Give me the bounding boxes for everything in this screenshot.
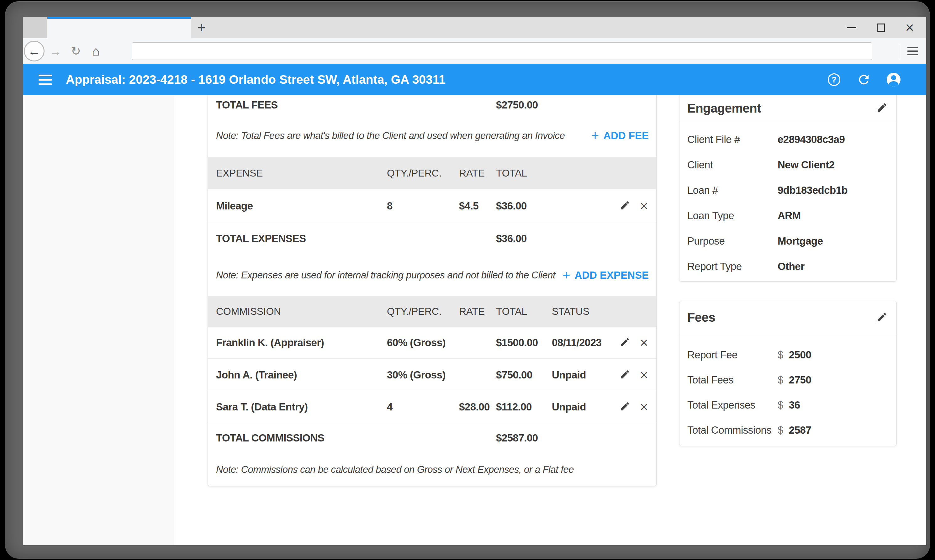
reload-button[interactable]: ↻ xyxy=(69,38,83,64)
commission-total: $1500.00 xyxy=(496,337,538,349)
minimize-icon xyxy=(847,27,856,28)
maximize-button[interactable] xyxy=(871,17,890,38)
rate-col-header: RATE xyxy=(459,306,485,317)
field-value: 9db183edcb1b xyxy=(778,185,847,196)
delete-commission-button[interactable]: × xyxy=(640,400,648,414)
account-icon xyxy=(887,73,901,86)
delete-commission-button[interactable]: × xyxy=(640,336,648,349)
field-label: Purpose xyxy=(687,235,778,247)
add-expense-button[interactable]: + ADD EXPENSE xyxy=(563,269,649,282)
expense-rate: $4.5 xyxy=(459,200,478,212)
new-tab-button[interactable]: + xyxy=(194,17,209,38)
plus-icon: + xyxy=(563,269,571,282)
expenses-note-row: Note: Expenses are used for internal tra… xyxy=(208,254,656,296)
browser-menu-button[interactable] xyxy=(906,38,920,64)
commission-name: Sara T. (Data Entry) xyxy=(216,401,308,413)
total-col-header: TOTAL xyxy=(496,168,527,179)
field-label: Total Commissions xyxy=(687,424,778,436)
edit-fees-button[interactable] xyxy=(877,311,888,324)
home-button[interactable]: ⌂ xyxy=(89,38,103,64)
browser-toolbar: ← → ↻ ⌂ xyxy=(23,38,926,64)
close-icon: × xyxy=(640,198,648,214)
currency-symbol: $ xyxy=(778,399,783,411)
edit-engagement-button[interactable] xyxy=(877,102,888,114)
commission-name: John A. (Trainee) xyxy=(216,369,297,381)
close-button[interactable]: × xyxy=(900,17,919,38)
engagement-card: Engagement Client File # e2894308c3a9 Cl… xyxy=(679,95,897,282)
delete-expense-button[interactable]: × xyxy=(640,199,648,213)
engagement-field: Report Type Other xyxy=(680,254,897,279)
help-button[interactable]: ? xyxy=(825,64,843,95)
commission-qty: 60% (Gross) xyxy=(387,337,446,349)
field-label: Total Expenses xyxy=(687,399,778,411)
active-tab-indicator xyxy=(47,17,191,19)
fees-card: Fees Report Fee $ 2500 Total Fees $ 2750 xyxy=(679,301,897,446)
commission-total: $750.00 xyxy=(496,369,532,381)
fees-field: Total Expenses $ 36 xyxy=(680,392,897,418)
rate-col-header: RATE xyxy=(459,168,485,179)
field-label: Loan Type xyxy=(687,210,778,222)
pencil-icon xyxy=(620,369,630,380)
tab-placeholder[interactable] xyxy=(23,17,47,38)
qty-col-header: QTY./PERC. xyxy=(387,168,441,179)
maximize-icon xyxy=(877,23,885,32)
commission-name: Franklin K. (Appraiser) xyxy=(216,337,324,349)
edit-expense-button[interactable] xyxy=(620,200,630,212)
commission-row: John A. (Trainee) 30% (Gross) $750.00 Un… xyxy=(208,359,656,391)
minimize-button[interactable] xyxy=(842,17,861,38)
active-tab[interactable] xyxy=(47,17,191,38)
back-button[interactable]: ← xyxy=(24,41,45,62)
commission-row: Sara T. (Data Entry) 4 $28.00 $112.00 Un… xyxy=(208,391,656,423)
menu-icon xyxy=(907,47,918,48)
refresh-button[interactable] xyxy=(855,64,873,95)
help-icon: ? xyxy=(828,73,840,86)
expense-row: Mileage 8 $4.5 $36.00 × xyxy=(208,189,656,223)
commissions-note-row: Note: Commissions can be calculated base… xyxy=(208,453,656,486)
billing-card: TOTAL FEES $2750.00 Note: Total Fees are… xyxy=(208,95,657,486)
account-button[interactable] xyxy=(885,64,903,95)
engagement-field: Client File # e2894308c3a9 xyxy=(680,127,897,152)
forward-button[interactable]: → xyxy=(49,38,62,64)
expense-name: Mileage xyxy=(216,200,253,212)
field-value: Other xyxy=(778,260,804,272)
total-expenses-label: TOTAL EXPENSES xyxy=(216,233,306,245)
home-icon: ⌂ xyxy=(92,43,100,58)
reload-icon: ↻ xyxy=(71,44,81,58)
field-label: Client xyxy=(687,159,778,171)
total-commissions-row: TOTAL COMMISSIONS $2587.00 xyxy=(208,423,656,453)
plus-icon: + xyxy=(591,129,599,142)
engagement-card-title: Engagement xyxy=(687,101,761,115)
edit-commission-button[interactable] xyxy=(620,401,630,413)
total-fees-value: $2750.00 xyxy=(496,99,538,111)
fees-field: Total Commissions $ 2587 xyxy=(680,418,897,443)
delete-commission-button[interactable]: × xyxy=(640,368,648,382)
close-icon: × xyxy=(905,20,914,35)
fees-field: Report Fee $ 2500 xyxy=(680,342,897,368)
close-icon: × xyxy=(640,399,648,414)
currency-symbol: $ xyxy=(778,374,783,386)
commission-status: Unpaid xyxy=(552,401,586,413)
app-menu-button[interactable] xyxy=(38,64,52,95)
refresh-icon xyxy=(857,72,871,87)
edit-commission-button[interactable] xyxy=(620,337,630,349)
field-value: 2500 xyxy=(789,349,811,361)
expense-col-header: EXPENSE xyxy=(216,168,263,179)
expenses-note: Note: Expenses are used for internal tra… xyxy=(216,270,555,281)
engagement-field: Client New Client2 xyxy=(680,152,897,177)
commission-total: $112.00 xyxy=(496,401,532,413)
field-label: Report Type xyxy=(687,260,778,272)
url-input[interactable] xyxy=(132,42,872,60)
total-fees-label: TOTAL FEES xyxy=(216,99,278,111)
add-fee-button[interactable]: + ADD FEE xyxy=(591,129,649,142)
field-label: Report Fee xyxy=(687,349,778,361)
pencil-icon xyxy=(620,401,630,412)
pencil-icon xyxy=(620,337,630,348)
commission-rate: $28.00 xyxy=(459,401,490,413)
status-col-header: STATUS xyxy=(552,306,589,317)
expense-qty: 8 xyxy=(387,200,392,212)
qty-col-header: QTY./PERC. xyxy=(387,306,441,317)
engagement-field: Purpose Mortgage xyxy=(680,228,897,254)
back-icon: ← xyxy=(28,44,40,58)
field-label: Loan # xyxy=(687,185,778,196)
edit-commission-button[interactable] xyxy=(620,369,630,381)
